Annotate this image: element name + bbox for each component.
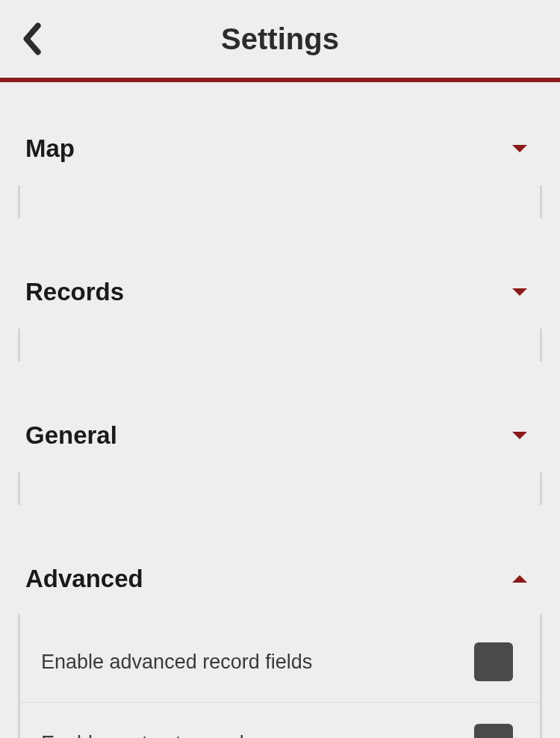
section-frame-general xyxy=(18,472,542,505)
section-records: Records xyxy=(0,270,560,362)
section-frame-records xyxy=(18,329,542,362)
caret-down-icon xyxy=(512,288,527,296)
caret-down-icon xyxy=(512,432,527,439)
section-header-records[interactable]: Records xyxy=(18,270,542,314)
section-title-records: Records xyxy=(25,278,124,306)
section-frame-map xyxy=(18,185,542,218)
section-general: General xyxy=(0,414,560,505)
checkbox-advanced-fields[interactable] xyxy=(474,642,513,681)
section-header-map[interactable]: Map xyxy=(18,127,542,170)
section-header-advanced[interactable]: Advanced xyxy=(18,557,542,601)
caret-down-icon xyxy=(512,145,527,152)
caret-up-icon xyxy=(512,575,527,583)
checkbox-contractor-mode[interactable] xyxy=(474,724,513,738)
back-button[interactable] xyxy=(21,22,42,55)
chevron-left-icon xyxy=(21,22,42,55)
section-title-general: General xyxy=(25,421,117,450)
section-advanced: Advanced xyxy=(0,557,560,601)
section-header-general[interactable]: General xyxy=(18,414,542,457)
setting-label-contractor-mode: Enable contractor mode xyxy=(41,732,255,739)
page-title: Settings xyxy=(221,22,339,56)
setting-label-advanced-fields: Enable advanced record fields xyxy=(41,651,312,674)
setting-row-contractor-mode: Enable contractor mode xyxy=(20,703,540,738)
section-map: Map xyxy=(0,127,560,218)
header: Settings xyxy=(0,0,560,82)
setting-row-advanced-fields: Enable advanced record fields xyxy=(20,621,540,703)
content: Map Records General Advanced Enable adva… xyxy=(0,82,560,738)
section-title-map: Map xyxy=(25,134,75,163)
section-title-advanced: Advanced xyxy=(25,565,143,593)
advanced-panel: Enable advanced record fields Enable con… xyxy=(18,614,542,738)
